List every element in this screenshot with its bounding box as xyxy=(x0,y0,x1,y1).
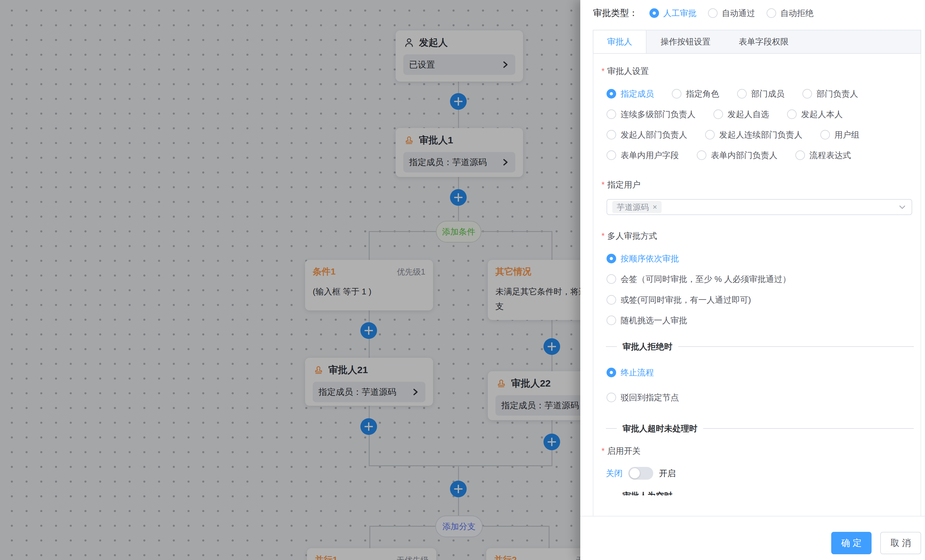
radio-icon xyxy=(607,130,616,140)
approver-option-row: 发起人部门负责人 发起人连续部门负责人 用户组 xyxy=(607,128,877,141)
radio-icon xyxy=(802,89,812,99)
radio-form-dept-leader[interactable]: 表单内部门负责人 xyxy=(697,150,777,161)
radio-process-expression[interactable]: 流程表达式 xyxy=(795,150,851,161)
footer-divider xyxy=(580,516,925,516)
radio-icon xyxy=(787,110,797,119)
multi-approve-option: 或签(可同时审批，有一人通过即可) xyxy=(607,294,769,306)
reject-section-divider: 审批人拒绝时 xyxy=(606,342,914,351)
confirm-button[interactable]: 确 定 xyxy=(831,532,872,554)
user-tag-label: 芋道源码 xyxy=(617,202,649,212)
approval-type-label: 审批类型： xyxy=(593,7,638,19)
radio-icon xyxy=(607,316,616,325)
radio-return-to-node[interactable]: 驳回到指定节点 xyxy=(607,392,679,403)
required-mark: * xyxy=(601,231,605,241)
radio-assigned-member[interactable]: 指定成员 xyxy=(607,88,654,99)
radio-icon xyxy=(737,89,747,99)
required-mark: * xyxy=(601,180,605,190)
radio-user-group[interactable]: 用户组 xyxy=(820,129,859,140)
timeout-section-divider: 审批人超时未处理时 xyxy=(606,424,914,433)
radio-auto-pass[interactable]: 自动通过 xyxy=(708,8,755,19)
radio-icon xyxy=(713,110,723,119)
required-mark: * xyxy=(601,446,605,456)
chevron-down-icon xyxy=(898,203,907,211)
multi-approve-label: * 多人审批方式 xyxy=(601,230,657,242)
radio-random-one[interactable]: 随机挑选一人审批 xyxy=(607,315,687,326)
radio-dept-member[interactable]: 部门成员 xyxy=(737,88,785,99)
scroll-clip: 审批人为空时 xyxy=(580,489,925,495)
multi-approve-option: 按顺序依次审批 xyxy=(607,252,697,265)
radio-icon xyxy=(795,151,805,160)
tab-form-field-permission[interactable]: 表单字段权限 xyxy=(725,30,803,53)
toggle-knob xyxy=(630,468,640,479)
radio-icon xyxy=(607,274,616,284)
radio-initiator-self[interactable]: 发起人本人 xyxy=(787,109,843,120)
user-tag: 芋道源码 × xyxy=(612,201,661,213)
radio-orsign[interactable]: 或签(可同时审批，有一人通过即可) xyxy=(607,294,751,306)
radio-icon xyxy=(672,89,681,99)
section-title: 审批人拒绝时 xyxy=(622,341,672,352)
radio-initiator-multi-dept-leader[interactable]: 发起人连续部门负责人 xyxy=(705,129,802,140)
reject-option: 终止流程 xyxy=(607,366,672,379)
approver-option-row: 表单内用户字段 表单内部门负责人 流程表达式 xyxy=(607,149,869,162)
radio-icon xyxy=(607,295,616,305)
tab-button-settings[interactable]: 操作按钮设置 xyxy=(646,30,725,53)
enable-switch-label: * 启用开关 xyxy=(601,445,640,457)
tabbox-border-right xyxy=(920,54,921,516)
radio-icon xyxy=(820,130,830,140)
approver-option-row: 连续多级部门负责人 发起人自选 发起人本人 xyxy=(607,108,861,120)
workflow-designer: 发起人 已设置 审批人1 指定成员：芋道源码 添加条件 xyxy=(0,0,925,560)
reject-option: 驳回到指定节点 xyxy=(607,391,697,404)
radio-icon xyxy=(607,151,616,160)
radio-form-user-field[interactable]: 表单内用户字段 xyxy=(607,150,679,161)
required-mark: * xyxy=(601,66,605,76)
timeout-switch-row: 关闭 开启 xyxy=(606,466,676,481)
remove-tag-icon[interactable]: × xyxy=(652,203,657,212)
drawer-mask[interactable] xyxy=(0,0,580,560)
radio-icon xyxy=(607,393,616,402)
radio-initiator-dept-leader[interactable]: 发起人部门负责人 xyxy=(607,129,687,140)
radio-icon xyxy=(607,368,616,377)
radio-initiator-choose[interactable]: 发起人自选 xyxy=(713,109,769,120)
tabbox-border-left xyxy=(593,54,594,516)
radio-icon xyxy=(767,8,776,18)
approver-settings-drawer: 审批类型： 人工审批 自动通过 自动拒绝 审批人 操作按钮设置 表单字段权限 * xyxy=(580,0,925,560)
section-title: 审批人超时未处理时 xyxy=(622,423,698,434)
multi-approve-option: 会签（可同时审批，至少 % 人必须审批通过） xyxy=(607,272,809,285)
section-title: 审批人为空时 xyxy=(622,490,672,496)
empty-section-divider: 审批人为空时 xyxy=(606,491,914,495)
radio-multi-level-dept-leader[interactable]: 连续多级部门负责人 xyxy=(607,109,696,120)
radio-auto-reject[interactable]: 自动拒绝 xyxy=(767,8,814,19)
approval-type-row: 审批类型： 人工审批 自动通过 自动拒绝 xyxy=(593,4,814,23)
radio-icon xyxy=(705,130,715,140)
radio-countersign[interactable]: 会签（可同时审批，至少 % 人必须审批通过） xyxy=(607,274,791,285)
tab-approver[interactable]: 审批人 xyxy=(594,30,646,53)
multi-approve-option: 随机挑选一人审批 xyxy=(607,314,705,327)
timeout-toggle[interactable] xyxy=(628,467,653,480)
assigned-user-label: * 指定用户 xyxy=(601,179,640,190)
radio-sequential[interactable]: 按顺序依次审批 xyxy=(607,253,679,264)
approver-setting-label: * 审批人设置 xyxy=(601,65,649,77)
radio-label: 人工审批 xyxy=(663,8,696,19)
radio-terminate-process[interactable]: 终止流程 xyxy=(607,367,654,378)
radio-dept-leader[interactable]: 部门负责人 xyxy=(802,88,858,99)
radio-manual-approve[interactable]: 人工审批 xyxy=(649,8,696,19)
switch-off-label: 关闭 xyxy=(606,468,622,479)
radio-assigned-role[interactable]: 指定角色 xyxy=(672,88,719,99)
radio-icon xyxy=(708,8,718,18)
cancel-button[interactable]: 取 消 xyxy=(880,532,921,554)
radio-label: 自动通过 xyxy=(722,8,755,19)
radio-icon xyxy=(607,254,616,263)
approver-option-row: 指定成员 指定角色 部门成员 部门负责人 xyxy=(607,87,876,100)
assigned-user-select[interactable]: 芋道源码 × xyxy=(607,199,912,215)
radio-label: 自动拒绝 xyxy=(780,8,814,19)
radio-icon xyxy=(649,8,659,18)
settings-tabbar: 审批人 操作按钮设置 表单字段权限 xyxy=(593,30,921,54)
radio-icon xyxy=(697,151,707,160)
radio-icon xyxy=(607,110,616,119)
switch-on-label: 开启 xyxy=(659,468,676,479)
radio-icon xyxy=(607,89,616,99)
